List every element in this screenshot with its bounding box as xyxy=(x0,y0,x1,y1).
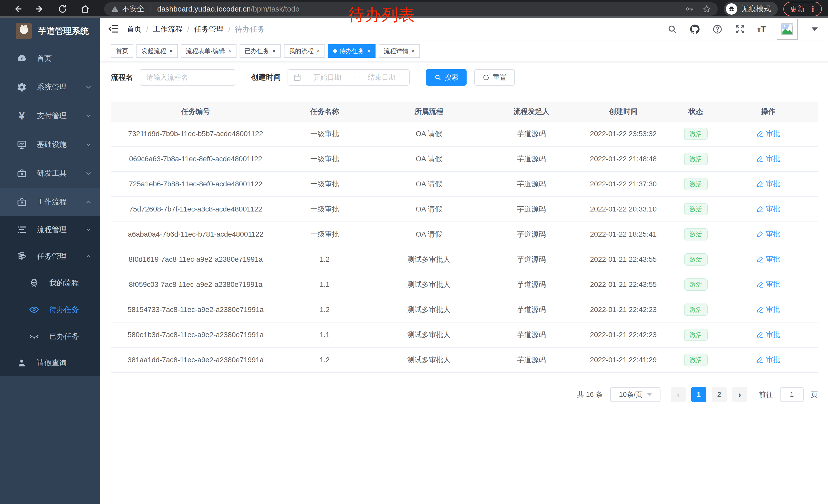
approve-link[interactable]: 审批 xyxy=(756,279,780,289)
column-header: 任务名称 xyxy=(280,107,369,117)
status-cell: 激活 xyxy=(673,304,719,316)
table-row: 75d72608-7b7f-11ec-a3c8-acde48001122一级审批… xyxy=(111,197,818,222)
action-cell: 审批 xyxy=(719,129,818,139)
task-name-cell: 一级审批 xyxy=(280,129,369,139)
task-name-cell: 一级审批 xyxy=(280,179,369,189)
sidebar-item-payment[interactable]: ¥ 支付管理 xyxy=(0,101,100,130)
browser-update-button[interactable]: 更新 ⋮ xyxy=(783,2,822,16)
sidebar-menu: 首页 系统管理 ¥ 支付管理 xyxy=(0,44,100,376)
date-range-picker[interactable]: 开始日期 - 结束日期 xyxy=(288,69,410,86)
incognito-badge: 无痕模式 xyxy=(724,2,778,16)
end-date-placeholder[interactable]: 结束日期 xyxy=(359,73,404,82)
tab-close-icon[interactable]: × xyxy=(169,48,173,54)
avatar-broken-image[interactable] xyxy=(777,19,798,40)
sidebar-fold-icon[interactable] xyxy=(108,23,120,35)
star-icon[interactable] xyxy=(702,5,711,13)
approve-link[interactable]: 审批 xyxy=(756,154,780,164)
update-label: 更新 xyxy=(790,4,805,14)
table-row: 58154733-7ac8-11ec-a9e2-a2380e71991a1.2测… xyxy=(111,297,818,322)
page-2-button[interactable]: 2 xyxy=(712,387,727,402)
approve-link[interactable]: 审批 xyxy=(756,254,780,264)
app-logo[interactable]: 芋道管理系统 xyxy=(0,18,100,44)
process-name-label: 流程名 xyxy=(111,72,133,83)
tab-close-icon[interactable]: × xyxy=(411,48,415,54)
column-header: 任务编号 xyxy=(111,107,280,117)
sidebar-item-my-process[interactable]: 我的流程 xyxy=(0,270,100,296)
create-time-cell: 2022-01-21 22:43:55 xyxy=(574,280,673,289)
robot-icon xyxy=(29,278,40,288)
sidebar-item-todo-tasks[interactable]: 待办任务 xyxy=(0,296,100,323)
sidebar-item-home[interactable]: 首页 xyxy=(0,44,100,73)
table-row: 8f059c03-7ac8-11ec-a9e2-a2380e71991a1.1测… xyxy=(111,272,818,297)
tab-close-icon[interactable]: × xyxy=(316,48,320,54)
page-unit-label: 页 xyxy=(811,390,818,399)
column-header: 状态 xyxy=(673,107,719,117)
process-cell: OA 请假 xyxy=(369,154,489,164)
sidebar-item-task-mgmt[interactable]: 任务管理 xyxy=(0,243,100,270)
page-tab[interactable]: 我的流程× xyxy=(284,44,325,58)
search-icon[interactable] xyxy=(667,24,678,35)
reset-button[interactable]: 重置 xyxy=(474,69,515,86)
dropdown-caret-icon[interactable] xyxy=(812,28,818,31)
breadcrumb-item[interactable]: 任务管理 xyxy=(194,24,224,34)
help-icon[interactable] xyxy=(712,24,723,35)
starter-cell: 芋道源码 xyxy=(489,255,574,264)
sidebar-item-system[interactable]: 系统管理 xyxy=(0,73,100,101)
tab-close-icon[interactable]: × xyxy=(227,48,232,54)
page-1-button[interactable]: 1 xyxy=(691,387,706,402)
approve-link[interactable]: 审批 xyxy=(756,204,780,214)
approve-link[interactable]: 审批 xyxy=(756,179,780,189)
status-badge: 激活 xyxy=(684,304,708,316)
tab-close-icon[interactable]: × xyxy=(367,48,370,54)
page-tab[interactable]: 已办任务× xyxy=(240,44,281,58)
page-tab[interactable]: 流程表单-编辑× xyxy=(181,44,237,58)
breadcrumb-item[interactable]: 首页 xyxy=(127,24,141,34)
page-tab[interactable]: 待办任务× xyxy=(328,44,376,58)
approve-link[interactable]: 审批 xyxy=(756,330,780,339)
text-size-icon[interactable]: ᴛT xyxy=(757,25,765,34)
page-size-select[interactable]: 10条/页 xyxy=(610,387,661,402)
task-id-cell: 73211d9d-7b9b-11ec-b5b7-acde48001122 xyxy=(111,130,280,138)
security-warning[interactable]: 不安全 xyxy=(111,4,144,14)
prev-page-button[interactable]: ‹ xyxy=(671,387,686,402)
home-icon[interactable] xyxy=(80,3,91,15)
kebab-menu-icon[interactable]: ⋮ xyxy=(809,5,817,13)
page-tab[interactable]: 首页 xyxy=(111,44,133,58)
approve-link[interactable]: 审批 xyxy=(756,305,780,314)
starter-cell: 芋道源码 xyxy=(489,305,574,315)
key-icon[interactable] xyxy=(685,5,694,13)
reload-icon[interactable] xyxy=(57,3,68,15)
forward-icon[interactable] xyxy=(34,3,46,15)
task-table: 任务编号任务名称所属流程流程发起人创建时间状态操作 73211d9d-7b9b-… xyxy=(111,102,818,373)
status-cell: 激活 xyxy=(673,354,719,366)
sidebar-item-devtools[interactable]: 研发工具 xyxy=(0,159,100,188)
edit-icon xyxy=(756,230,764,238)
tab-label: 流程详情 xyxy=(384,47,408,55)
github-icon[interactable] xyxy=(689,24,701,35)
next-page-button[interactable]: › xyxy=(732,387,747,402)
tab-close-icon[interactable]: × xyxy=(272,48,276,54)
sidebar-item-process-mgmt[interactable]: 流程管理 xyxy=(0,216,100,243)
approve-link[interactable]: 审批 xyxy=(756,355,780,365)
table-row: 069c6a63-7b8a-11ec-8ef0-acde48001122一级审批… xyxy=(111,147,818,172)
back-icon[interactable] xyxy=(12,3,23,15)
fullscreen-icon[interactable] xyxy=(734,24,746,35)
edit-icon xyxy=(756,180,764,188)
page-tab[interactable]: 流程详情× xyxy=(379,44,420,58)
page-tab[interactable]: 发起流程× xyxy=(136,44,178,58)
approve-link[interactable]: 审批 xyxy=(756,229,780,239)
sidebar-item-workflow[interactable]: 工作流程 xyxy=(0,188,100,216)
task-id-cell: 8f059c03-7ac8-11ec-a9e2-a2380e71991a xyxy=(111,280,280,289)
sidebar-item-leave-query[interactable]: 请假查询 xyxy=(0,350,100,376)
starter-cell: 芋道源码 xyxy=(489,154,574,164)
incognito-label: 无痕模式 xyxy=(741,4,771,14)
status-cell: 激活 xyxy=(673,253,719,266)
approve-link[interactable]: 审批 xyxy=(756,129,780,138)
sidebar-item-done-tasks[interactable]: 已办任务 xyxy=(0,323,100,350)
search-button[interactable]: 搜索 xyxy=(426,69,466,86)
start-date-placeholder[interactable]: 开始日期 xyxy=(305,73,350,82)
goto-page-input[interactable] xyxy=(780,387,803,402)
process-name-input[interactable] xyxy=(140,69,235,86)
sidebar-item-infra[interactable]: 基础设施 xyxy=(0,130,100,159)
breadcrumb-item[interactable]: 工作流程 xyxy=(153,24,182,34)
